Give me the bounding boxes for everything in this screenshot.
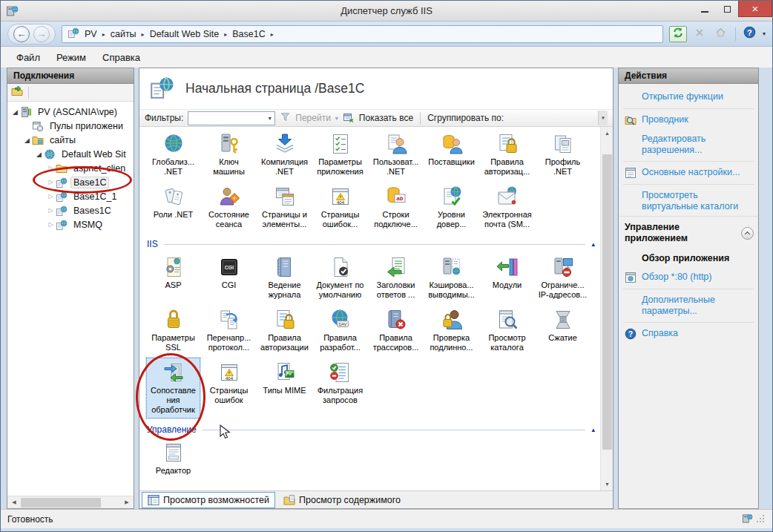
breadcrumb[interactable]: PV▸сайты▸Default Web Site▸Base1C▸ <box>62 25 663 43</box>
tree-item-2[interactable]: ◢сайты <box>7 133 134 147</box>
tree-expander-icon[interactable]: ▷ <box>47 221 55 228</box>
feature-tile[interactable]: Редактор <box>145 437 201 490</box>
feature-tile[interactable]: Фильтрация запросов <box>312 357 368 419</box>
feature-tile[interactable]: Уровни довер... <box>424 181 479 234</box>
action-link-4[interactable]: Просмотреть виртуальные каталоги <box>619 186 758 216</box>
tree-item-label[interactable]: MSMQ <box>70 219 105 231</box>
tree-expander-icon[interactable]: ◢ <box>23 137 31 144</box>
feature-tile[interactable]: Глобализ... .NET <box>145 128 201 181</box>
feature-tile[interactable]: Роли .NET <box>145 181 201 234</box>
tree-expander-icon[interactable]: ◢ <box>11 108 19 116</box>
help-dropdown-icon[interactable]: ▾ <box>763 30 766 37</box>
action-link-7[interactable]: Обзор *:80 (http) <box>619 268 758 287</box>
close-button[interactable]: × <box>738 1 772 17</box>
feature-tile[interactable]: Сжатие <box>535 304 591 357</box>
chevron-down-icon[interactable]: ▼ <box>265 112 274 125</box>
show-all-button[interactable]: Показать все <box>359 113 413 123</box>
breadcrumb-segment[interactable]: сайты <box>111 29 136 39</box>
menu-item-0[interactable]: Файл <box>8 48 48 67</box>
feature-tile[interactable]: 404Страницы ошибок <box>201 357 257 419</box>
menu-item-2[interactable]: Справка <box>94 48 148 67</box>
forward-button[interactable]: → <box>33 26 50 42</box>
feature-tile[interactable]: DAVПравила разработ... <box>312 304 368 357</box>
refresh-button[interactable] <box>669 26 687 42</box>
tree-expander-icon[interactable]: ◢ <box>35 151 43 158</box>
feature-tile[interactable]: Модули <box>479 252 535 304</box>
feature-tile[interactable]: Страницы и элементы... <box>257 181 312 234</box>
action-link-1[interactable]: Проводник <box>619 111 758 130</box>
feature-tile[interactable]: Типы MIME <box>257 357 312 419</box>
tree-expander-icon[interactable]: ▷ <box>47 179 55 185</box>
tree-item-8[interactable]: ▷MSMQ <box>7 217 134 231</box>
menu-item-1[interactable]: Режим <box>48 48 94 67</box>
feature-tile[interactable]: ASP <box>145 252 201 304</box>
feature-tile[interactable]: Проверка подлинно... <box>424 304 479 357</box>
feature-tile[interactable]: Профиль .NET <box>535 128 591 181</box>
tab-content-view[interactable]: Просмотр содержимого <box>277 492 407 508</box>
feature-tile-selected[interactable]: Сопоставле ния обработчик <box>145 357 201 419</box>
feature-tile[interactable]: abСтроки подключе... <box>368 181 424 234</box>
scroll-left-icon[interactable]: ◀ <box>8 497 20 508</box>
tree-expander-icon[interactable]: ▷ <box>47 193 55 200</box>
action-link-9[interactable]: ?Справка <box>619 324 758 344</box>
action-link-0[interactable]: Открытие функции <box>619 88 758 107</box>
collapse-section-icon[interactable]: ▴ <box>591 240 595 248</box>
tree-item-label[interactable]: aspnet_clien <box>70 162 128 174</box>
tree-item-3[interactable]: ◢Default Web Sit <box>7 147 134 161</box>
feature-tile[interactable]: Заголовки ответов ... <box>368 252 424 304</box>
tree-item-1[interactable]: Пулы приложени <box>7 119 134 133</box>
breadcrumb-segment[interactable]: Base1C <box>232 29 265 39</box>
feature-tile[interactable]: Параметры SSL <box>145 304 201 357</box>
breadcrumb-segment[interactable]: Default Web Site <box>150 29 220 39</box>
tree-item-6[interactable]: ▷Base1C_1 <box>7 189 134 203</box>
tree-item-7[interactable]: ▷Bases1C <box>7 203 134 217</box>
help-button[interactable]: ? <box>741 26 759 42</box>
feature-tile[interactable]: 404Страницы ошибок... <box>312 181 368 234</box>
scrollbar-thumb[interactable] <box>602 154 612 450</box>
feature-tile[interactable]: Пользоват... .NET <box>368 128 424 181</box>
tab-features-view[interactable]: Просмотр возможностей <box>142 492 275 508</box>
feature-tile[interactable]: Правила авторизац... <box>479 128 535 181</box>
scroll-up-icon[interactable]: ▲ <box>601 128 614 139</box>
feature-tile[interactable]: Перенапр... протокол... <box>201 304 257 357</box>
tree-item-label[interactable]: Base1C <box>70 177 109 188</box>
feature-tile[interactable]: Ключ машины <box>201 128 257 181</box>
tree-expander-icon[interactable]: ▷ <box>47 165 55 171</box>
action-link-8[interactable]: Дополнительные параметры... <box>619 291 758 321</box>
breadcrumb-segment[interactable]: PV <box>85 29 97 39</box>
feature-tile[interactable]: Поставщики <box>424 128 479 181</box>
feature-tile[interactable]: Просмотр каталога <box>479 304 535 357</box>
collapse-section-icon[interactable]: ▴ <box>591 426 595 433</box>
toolbar-overflow-button[interactable]: ▼ <box>598 111 608 125</box>
feature-tile[interactable]: Электронная почта (SM... <box>479 181 535 234</box>
collapse-group-button[interactable] <box>741 227 754 240</box>
minimize-button[interactable] <box>694 1 716 17</box>
go-dropdown-icon[interactable]: ▾ <box>335 115 338 122</box>
tree-item-label[interactable]: Default Web Sit <box>59 148 129 160</box>
tree-item-label[interactable]: Bases1C <box>70 205 114 217</box>
feature-tile[interactable]: Параметры приложения <box>312 128 368 181</box>
tree-item-5[interactable]: ▷Base1C <box>7 175 134 189</box>
feature-tile[interactable]: Правила авторизации <box>257 304 312 357</box>
scroll-down-icon[interactable]: ▼ <box>601 479 614 490</box>
tree-item-label[interactable]: PV (ASCANIA\vpe) <box>35 106 120 118</box>
scroll-right-icon[interactable]: ▶ <box>121 497 133 508</box>
feature-tile[interactable]: Кэширова... выводимы... <box>424 252 479 304</box>
maximize-button[interactable] <box>716 1 738 17</box>
resize-grip[interactable] <box>757 515 766 524</box>
action-link-2[interactable]: Редактировать разрешения... <box>619 130 758 160</box>
tree-item-label[interactable]: сайты <box>47 134 79 146</box>
feature-tile[interactable]: CGICGI <box>201 252 257 304</box>
feature-tile[interactable]: Ограниче... IP-адресов... <box>535 252 591 304</box>
scrollbar-thumb[interactable] <box>21 498 101 508</box>
save-connection-icon[interactable] <box>11 85 23 100</box>
tree-expander-icon[interactable]: ▷ <box>47 207 55 214</box>
stop-button[interactable] <box>691 26 708 42</box>
feature-tile[interactable]: Правила трассиров... <box>368 304 424 357</box>
tree-horizontal-scrollbar[interactable]: ◀ ▶ <box>7 496 134 508</box>
tree-item-4[interactable]: ▷aspnet_clien <box>7 161 134 175</box>
filter-combobox[interactable]: ▼ <box>188 111 275 125</box>
tree-item-0[interactable]: ◢PV (ASCANIA\vpe) <box>7 105 134 119</box>
feature-tile[interactable]: Ведение журнала <box>257 252 312 304</box>
tree-item-label[interactable]: Пулы приложени <box>47 120 126 132</box>
